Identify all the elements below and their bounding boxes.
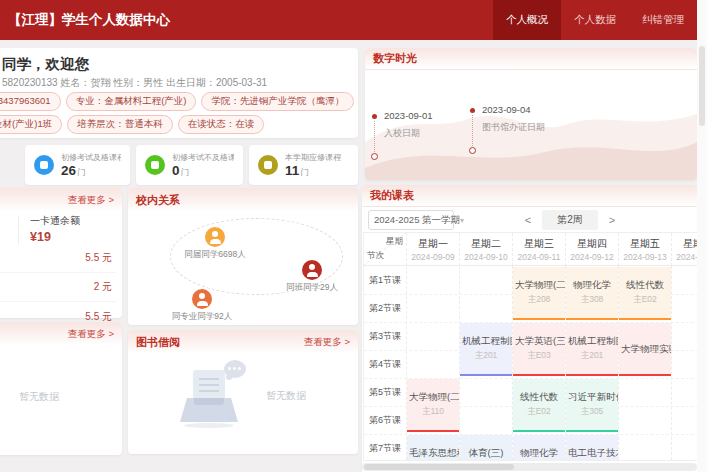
nav-item-0[interactable]: 个人概况 [493,0,561,40]
page: 【江理】学生个人数据中心 个人概况个人数据纠错管理 同学，欢迎您 5820230… [0,0,707,472]
relation-label: 同专业同学92人 [154,311,250,323]
student-tags-row2: 班级：23金材(产业)1班培养层次：普通本科在读状态：在读 [0,115,264,134]
course-cell[interactable]: 机械工程制图主201 [460,323,512,376]
period-label: 第2节课 [364,294,406,322]
course-room: 主305 [581,406,604,418]
relation-node[interactable]: 同班同学29人 [264,260,360,294]
wallet-amount: 2 元 [94,280,112,294]
relation-node[interactable]: 同届同学6698人 [167,227,263,261]
empty-text: 暂无数据 [266,389,306,403]
nav-item-1[interactable]: 个人数据 [561,0,629,40]
prev-week-button[interactable]: < [520,210,536,230]
course-cell[interactable]: 习近平新时代中...主305 [566,379,618,432]
nav-item-2[interactable]: 纠错管理 [629,0,697,40]
student-tag: 专业：金属材料工程(产业) [66,92,197,111]
day-date: 2024-09-09 [407,252,459,262]
welcome-greeting: 同学，欢迎您 [2,55,89,74]
course-cell[interactable]: 电工电子技术 [566,435,618,461]
wallet-amount: 5.5 元 [85,251,112,265]
course-cell[interactable]: 物理化学 [513,435,565,461]
student-tag: 班级：23金材(产业)1班 [0,115,62,134]
timeline-ring-icon [469,147,476,154]
week-navigation: < 第2周 > [520,210,620,230]
timeline-dot-icon [372,114,377,119]
day-name: 星期六 [672,237,697,251]
stat-unit: 门 [300,167,309,179]
timeline-label: 图书馆办证日期 [482,121,545,134]
relation-node[interactable]: 同专业同学92人 [154,289,250,323]
student-tag: 在读状态：在读 [178,115,265,134]
timeline-line [374,121,375,152]
horizontal-scrollbar [362,463,697,471]
course-cell[interactable]: 线性代数主E02 [513,379,565,432]
relations-card-header: 校内关系 [128,188,358,212]
grid-line [671,266,672,460]
timeline-ring-icon [371,153,378,160]
wallet-more-link[interactable]: 查看更多 > [68,194,114,207]
course-stat-icon [34,155,54,175]
library-card: 图书借阅 查看更多 > 暂无数据 [128,330,358,454]
corner-period-label: 节次 [367,250,384,262]
balance-label: 一卡通余额 [30,214,80,228]
course-name: 毛泽东思想和中... [407,447,459,458]
period-label: 第1节课 [364,266,406,294]
app-title: 【江理】学生个人数据中心 [8,0,170,40]
course-cell[interactable]: 机械工程制图主201 [566,323,618,376]
course-name: 大学物理(二) [513,279,565,290]
course-room: 主201 [475,350,498,362]
wallet-row: 5.5 元 [0,244,116,273]
corner-week-label: 星期 [386,236,403,248]
stat-value-row: 0门 [172,163,234,179]
letter-icon [193,370,225,402]
course-name: 电工电子技术 [566,447,618,458]
timetable-header: 我的课表 [362,185,697,207]
vertical-scrollbar-thumb[interactable] [699,46,705,126]
course-name: 大学物理(二) [407,391,459,402]
course-name: 大学物理实验 [619,343,671,354]
timeline-date: 2023-09-01 [384,110,433,121]
timetable-corner-cell: 星期 节次 [364,233,406,266]
course-cell[interactable]: 大学物理(二)主208 [513,267,565,320]
course-cell[interactable]: 大学物理(二)主110 [407,379,459,432]
day-name: 星期一 [407,237,459,251]
divider [18,215,19,245]
day-date: 2024-09-13 [619,252,671,262]
course-room: 主208 [528,294,551,306]
course-name: 线性代数 [518,391,560,402]
person-icon [302,260,322,280]
course-cell[interactable]: 大学英语(三)主E03 [513,323,565,376]
stat-card-1: 初修考试不及格课程0门 [136,145,243,185]
empty-state: 暂无数据 [128,366,358,426]
inbox-icon [180,398,238,422]
course-name: 机械工程制图 [566,335,618,346]
library-more-link[interactable]: 查看更多 > [304,336,350,349]
student-tag: 学院：先进铜产业学院（鹰潭） [201,92,354,111]
stat-value: 11 [285,163,299,178]
course-cell[interactable]: 体育(三) [460,435,512,461]
course-cell[interactable]: 物理化学主308 [566,267,618,320]
course-cell[interactable]: 毛泽东思想和中... [407,435,459,461]
day-header: 星期四2024-09-12 [565,233,618,266]
next-week-button[interactable]: > [604,210,620,230]
semester-select[interactable]: 2024-2025 第一学期 ▾ [368,210,454,230]
day-header: 星期三2024-09-11 [512,233,565,266]
stat-card-0: 初修考试及格课程26门 [25,145,130,185]
horizontal-scrollbar-thumb[interactable] [364,464,514,470]
balance-value: ¥19 [30,230,80,244]
day-name: 星期三 [513,237,565,251]
empty-state: 暂无数据 [0,367,122,427]
course-stat-icon [145,155,165,175]
library-title: 图书借阅 [136,335,180,350]
stat-text: 本学期应修课程11门 [285,152,341,179]
course-cell[interactable]: 大学物理实验 [619,323,671,376]
relations-title: 校内关系 [136,193,180,208]
course-name: 习近平新时代中... [566,391,618,402]
timeline-line [472,115,473,146]
timetable-title: 我的课表 [370,188,414,203]
wallet-card-header: 查看更多 > [0,188,122,212]
relations-graph: 同届同学6698人同班同学29人同专业同学92人 [128,212,358,325]
course-cell[interactable]: 线性代数主E02 [619,267,671,320]
left-bottom-more-link[interactable]: 查看更多 > [68,328,114,341]
day-date: 2024-09-12 [566,252,618,262]
course-room: 主E02 [527,406,551,418]
